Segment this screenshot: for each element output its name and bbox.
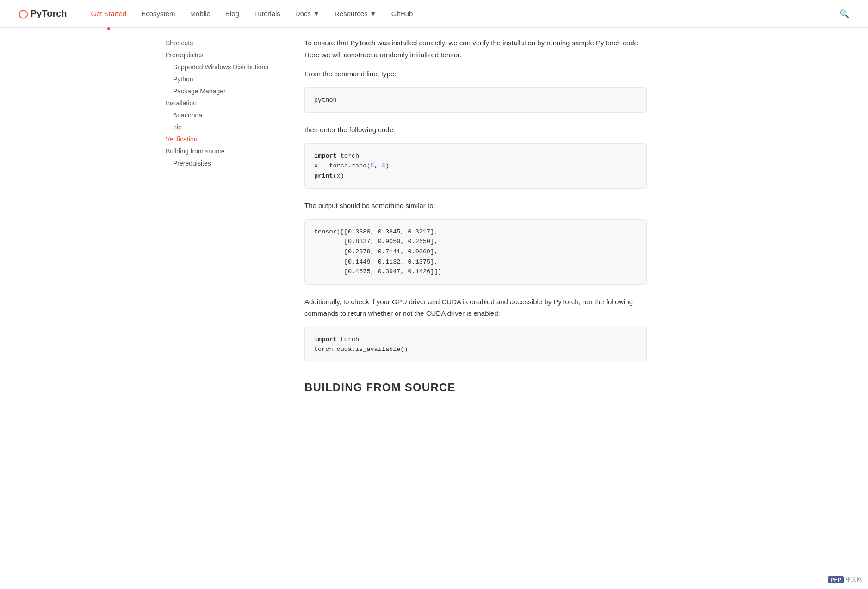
nav-ecosystem[interactable]: Ecosystem xyxy=(136,6,180,21)
sidebar-item-python[interactable]: Python xyxy=(166,73,277,85)
page-layout: Shortcuts Prerequisites Supported Window… xyxy=(156,28,712,414)
pytorch-logo-icon: ◯ xyxy=(19,9,28,19)
sidebar: Shortcuts Prerequisites Supported Window… xyxy=(166,37,286,405)
main-content: To ensure that PyTorch was installed cor… xyxy=(286,37,647,405)
nav-resources[interactable]: Resources ▼ xyxy=(329,6,382,21)
code-block-python-cmd: python xyxy=(304,87,647,113)
output-intro: The output should be something similar t… xyxy=(304,200,647,212)
sidebar-item-installation[interactable]: Installation xyxy=(166,97,277,109)
nav-mobile[interactable]: Mobile xyxy=(185,6,216,21)
nav-docs[interactable]: Docs ▼ xyxy=(290,6,325,21)
search-icon[interactable]: 🔍 xyxy=(839,9,849,19)
sidebar-item-prerequisites-top[interactable]: Prerequisites xyxy=(166,49,277,61)
tensor-output-text: tensor([[0.3380, 0.3845, 0.3217], [0.833… xyxy=(314,227,637,277)
sidebar-item-building[interactable]: Building from source xyxy=(166,145,277,157)
nav-tutorials[interactable]: Tutorials xyxy=(248,6,286,21)
sidebar-item-shortcuts[interactable]: Shortcuts xyxy=(166,37,277,49)
sidebar-item-pip[interactable]: pip xyxy=(166,121,277,133)
code-block-torch-rand: import torch x = torch.rand(5, 3) print(… xyxy=(304,143,647,189)
logo-text: PyTorch xyxy=(31,8,67,19)
intro-paragraph: To ensure that PyTorch was installed cor… xyxy=(304,37,647,61)
nav-get-started[interactable]: Get Started xyxy=(86,6,132,21)
building-from-source-heading: BUILDING FROM SOURCE xyxy=(304,381,647,394)
nav-links: Get Started Ecosystem Mobile Blog Tutori… xyxy=(86,6,839,21)
gpu-paragraph: Additionally, to check if your GPU drive… xyxy=(304,296,647,319)
code-block-cuda-check: import torch torch.cuda.is_available() xyxy=(304,327,647,362)
then-enter-paragraph: then enter the following code: xyxy=(304,124,647,136)
nav-blog[interactable]: Blog xyxy=(220,6,245,21)
sidebar-item-package-manager[interactable]: Package Manager xyxy=(166,85,277,97)
navbar: ◯ PyTorch Get Started Ecosystem Mobile B… xyxy=(0,0,868,28)
logo[interactable]: ◯ PyTorch xyxy=(19,8,67,19)
command-line-intro: From the command line, type: xyxy=(304,68,647,80)
nav-github[interactable]: GitHub xyxy=(386,6,419,21)
sidebar-item-anaconda[interactable]: Anaconda xyxy=(166,109,277,121)
sidebar-item-verification[interactable]: Verification xyxy=(166,133,277,145)
sidebar-item-prerequisites-sub[interactable]: Prerequisites xyxy=(166,157,277,169)
sidebar-item-windows[interactable]: Supported Windows Distributions xyxy=(166,61,277,73)
code-block-tensor-output: tensor([[0.3380, 0.3845, 0.3217], [0.833… xyxy=(304,219,647,285)
